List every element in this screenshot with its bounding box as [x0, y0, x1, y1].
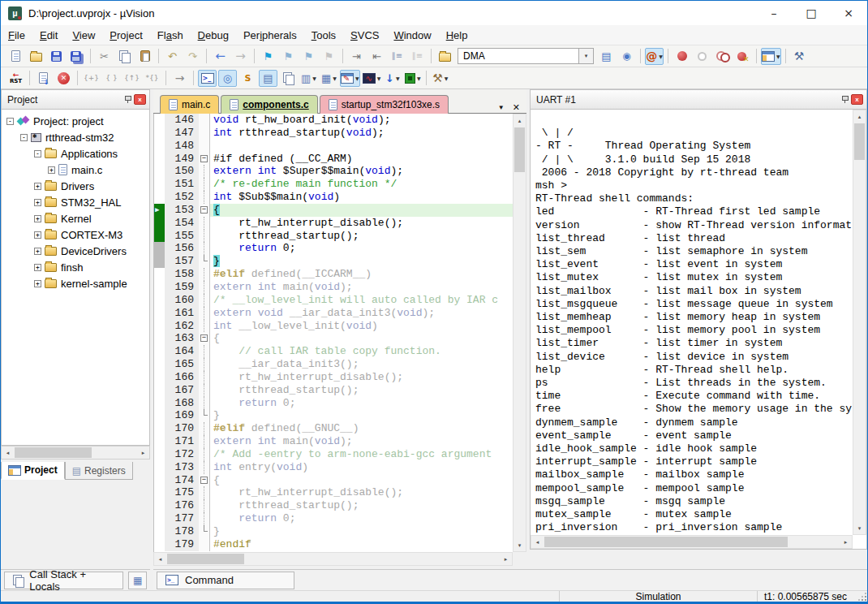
fold-margin[interactable]: −: [199, 332, 210, 345]
fold-margin[interactable]: [199, 307, 210, 320]
editor-tab-components-c[interactable]: components.c: [221, 95, 317, 114]
show-next-statement-button[interactable]: →: [170, 70, 189, 87]
minimize-button[interactable]: –: [755, 1, 793, 25]
step-over-button[interactable]: { }: [102, 70, 121, 87]
scroll-down-icon[interactable]: ▾: [853, 522, 866, 534]
fold-margin[interactable]: [199, 268, 210, 281]
fold-collapse-icon[interactable]: −: [200, 477, 208, 484]
unindent-button[interactable]: ⇤: [367, 48, 386, 65]
fold-margin[interactable]: [199, 397, 210, 410]
fold-margin[interactable]: −: [199, 153, 210, 166]
expand-icon[interactable]: +: [48, 166, 55, 174]
breakpoint-margin[interactable]: [154, 140, 165, 153]
disable-all-breakpoints-button[interactable]: [713, 48, 732, 65]
incremental-find-button[interactable]: ◉: [617, 48, 636, 65]
fold-margin[interactable]: [199, 242, 210, 255]
tab-close-icon[interactable]: ✕: [513, 102, 520, 113]
breakpoint-margin[interactable]: [154, 114, 165, 127]
breakpoint-margin[interactable]: [154, 422, 165, 435]
breakpoint-margin[interactable]: [154, 307, 165, 320]
menu-item-debug[interactable]: Debug: [191, 27, 236, 44]
project-panel-close-button[interactable]: x: [134, 94, 146, 105]
scroll-right-icon[interactable]: ▸: [500, 553, 512, 565]
watch-window-button[interactable]: ▥▼: [299, 70, 318, 87]
scrollbar-thumb[interactable]: [544, 537, 788, 547]
menu-item-tools[interactable]: Tools: [304, 27, 343, 44]
expand-icon[interactable]: +: [34, 231, 41, 239]
insert-breakpoint-button[interactable]: [672, 48, 691, 65]
window-layout-button[interactable]: ▼: [761, 48, 781, 65]
fold-margin[interactable]: [199, 178, 210, 191]
reset-button[interactable]: ←RST: [6, 70, 25, 87]
collapse-icon[interactable]: -: [34, 150, 41, 157]
expand-icon[interactable]: +: [34, 215, 41, 222]
expand-icon[interactable]: +: [34, 248, 41, 255]
breakpoint-margin[interactable]: [154, 409, 165, 422]
fold-margin[interactable]: [199, 448, 210, 461]
scroll-left-icon[interactable]: ◂: [2, 447, 14, 459]
menu-item-peripherals[interactable]: Peripherals: [236, 27, 304, 44]
fold-margin[interactable]: −: [199, 474, 210, 487]
analysis-window-button[interactable]: ∿▼: [362, 70, 382, 87]
breakpoint-margin[interactable]: [154, 499, 165, 512]
serial-window-button[interactable]: ▼: [340, 70, 360, 87]
menu-item-project[interactable]: Project: [102, 27, 149, 44]
tree-item-finsh[interactable]: +finsh: [2, 259, 149, 275]
breakpoint-margin[interactable]: [154, 217, 165, 230]
fold-margin[interactable]: [199, 230, 210, 243]
breakpoint-margin[interactable]: [154, 538, 165, 551]
breakpoint-margin[interactable]: [154, 242, 165, 255]
fold-margin[interactable]: [199, 320, 210, 333]
search-combo[interactable]: DMA: [458, 48, 579, 64]
trace-window-button[interactable]: ↓▼: [383, 70, 402, 87]
uart-panel-close-button[interactable]: x: [851, 94, 863, 105]
breakpoint-margin[interactable]: [154, 320, 165, 333]
breakpoint-margin[interactable]: [154, 127, 165, 140]
expand-icon[interactable]: +: [34, 183, 41, 190]
undo-button[interactable]: ↶: [163, 48, 182, 65]
bookmark-toggle-button[interactable]: ⚑: [259, 48, 277, 65]
breakpoint-margin[interactable]: [154, 178, 165, 191]
redo-button[interactable]: ↷: [183, 48, 202, 65]
fold-margin[interactable]: [199, 165, 210, 178]
kill-all-breakpoints-button[interactable]: [733, 48, 752, 65]
breakpoint-margin[interactable]: [154, 332, 165, 345]
breakpoint-margin[interactable]: [154, 255, 165, 268]
disassembly-window-button[interactable]: ◎: [218, 70, 237, 87]
fold-margin[interactable]: [199, 114, 210, 127]
uart-vertical-scrollbar[interactable]: ▴ ▾: [853, 110, 866, 535]
breakpoint-margin[interactable]: [154, 371, 165, 384]
fold-collapse-icon[interactable]: −: [200, 206, 208, 214]
memory-grid-button[interactable]: ▦: [128, 572, 147, 589]
enable-breakpoint-button[interactable]: [693, 48, 711, 65]
breakpoint-margin[interactable]: [154, 512, 165, 525]
scrollbar-thumb[interactable]: [167, 554, 244, 564]
breakpoint-margin[interactable]: [154, 294, 165, 307]
step-out-button[interactable]: {↑}: [122, 70, 141, 87]
fold-margin[interactable]: [199, 217, 210, 230]
fold-margin[interactable]: [199, 409, 210, 422]
fold-margin[interactable]: [199, 140, 210, 153]
fold-collapse-icon[interactable]: −: [200, 155, 208, 162]
breakpoint-margin[interactable]: [154, 461, 165, 474]
fold-margin[interactable]: [199, 512, 210, 525]
pin-icon[interactable]: [124, 95, 131, 104]
run-to-line-button[interactable]: *{}: [143, 70, 161, 87]
maximize-button[interactable]: □: [793, 1, 830, 25]
tree-item-rtthread-stm32[interactable]: -rtthread-stm32: [2, 129, 149, 145]
cut-button[interactable]: ✂: [95, 48, 114, 65]
run-button[interactable]: ↓: [34, 70, 53, 87]
panel-tab-project[interactable]: Project: [1, 462, 65, 480]
menu-item-flash[interactable]: Flash: [150, 27, 191, 44]
pin-icon[interactable]: [841, 95, 849, 104]
scroll-right-icon[interactable]: ▸: [137, 447, 149, 459]
tab-list-dropdown-icon[interactable]: ▼: [498, 104, 505, 111]
tree-item-cortex-m3[interactable]: +CORTEX-M3: [2, 226, 149, 243]
editor-horizontal-scrollbar[interactable]: ◂ ▸: [153, 552, 513, 566]
menu-item-view[interactable]: View: [65, 27, 102, 44]
tree-item-kernel-sample[interactable]: +kernel-sample: [2, 275, 149, 291]
breakpoint-margin[interactable]: [154, 153, 165, 166]
breakpoint-margin[interactable]: [154, 281, 165, 294]
project-tree[interactable]: -Project: project-rtthread-stm32-Applica…: [1, 110, 150, 446]
command-tab[interactable]: >_ Command: [157, 572, 294, 589]
